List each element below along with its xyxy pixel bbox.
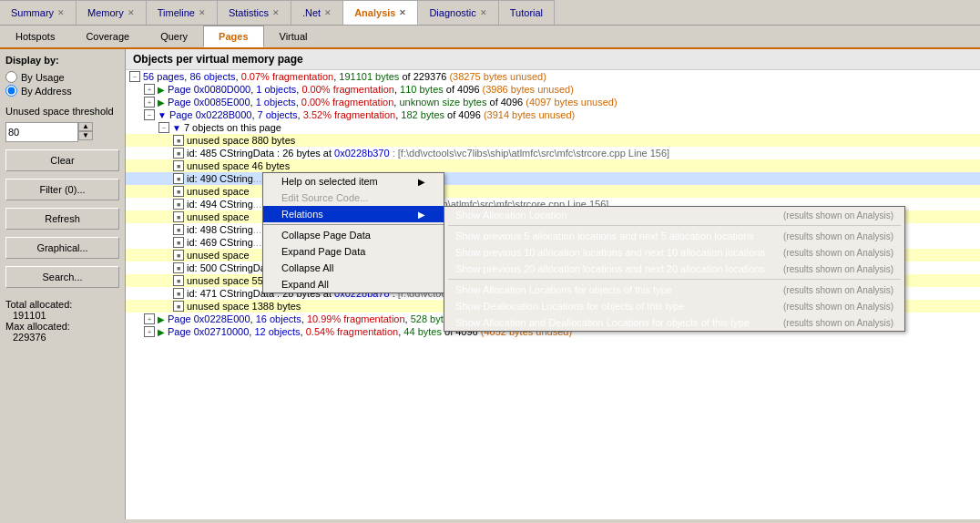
menu-item-relations[interactable]: Relations ▶ Show Allocation Location (re… xyxy=(263,206,444,222)
arrow-icon-7obj: ▼ xyxy=(172,123,181,133)
tab-top-memory[interactable]: Memory ✕ xyxy=(77,0,147,25)
unused-icon-4: ■ xyxy=(173,211,184,222)
threshold-field[interactable] xyxy=(5,122,78,142)
tree-row-unused1[interactable]: ■ unused space 880 bytes xyxy=(126,134,980,147)
display-by-label: Display by: xyxy=(5,55,119,66)
search-button[interactable]: Search... xyxy=(5,266,119,288)
tab-top-dotnet[interactable]: .Net ✕ xyxy=(291,0,343,25)
refresh-button[interactable]: Refresh xyxy=(5,208,119,230)
tab-virtual[interactable]: Virtual xyxy=(264,26,323,47)
menu-item-collapse-page[interactable]: Collapse Page Data xyxy=(263,227,444,243)
tree-row-page2[interactable]: + ▶ Page 0x0085E000, 1 objects, 0.00% fr… xyxy=(126,96,980,108)
menu-item-edit-source[interactable]: Edit Source Code... xyxy=(263,190,444,206)
submenu-arrow-help: ▶ xyxy=(418,177,425,187)
submenu-item-prev5[interactable]: Show previous 5 allocation locations and… xyxy=(444,228,904,244)
close-dotnet-icon[interactable]: ✕ xyxy=(324,8,332,17)
collapse-icon-page3[interactable]: − xyxy=(144,109,155,120)
graphical-button[interactable]: Graphical... xyxy=(5,237,119,259)
expand-icon-page5[interactable]: + xyxy=(144,326,155,337)
menu-item-expand-all[interactable]: Expand All xyxy=(263,276,444,292)
collapse-icon-7obj[interactable]: − xyxy=(158,122,169,133)
arrow-icon-page5: ▶ xyxy=(158,327,165,337)
collapse-icon-summary[interactable]: − xyxy=(129,71,140,82)
content-area: Objects per virtual memory page − 56 pag… xyxy=(126,49,980,519)
tab-bar-second: Hotspots Coverage Query Pages Virtual xyxy=(0,26,980,49)
tab-pages[interactable]: Pages xyxy=(203,26,263,47)
tab-top-timeline[interactable]: Timeline ✕ xyxy=(147,0,218,25)
threshold-spinner: ▲ ▼ xyxy=(78,122,93,142)
tab-coverage[interactable]: Coverage xyxy=(70,26,145,47)
expand-icon-page4[interactable]: + xyxy=(144,313,155,324)
threshold-down-button[interactable]: ▼ xyxy=(78,131,93,140)
unused-icon-1: ■ xyxy=(173,135,184,146)
close-memory-icon[interactable]: ✕ xyxy=(128,8,135,17)
radio-by-usage[interactable]: By Usage xyxy=(5,71,119,83)
tab-top-summary[interactable]: Summary ✕ xyxy=(0,0,77,25)
submenu-item-both-type[interactable]: Show Allocation and Deallocation Locatio… xyxy=(444,314,904,331)
obj-icon-494: ■ xyxy=(173,199,184,210)
content-scroll[interactable]: − 56 pages, 86 objects, 0.07% fragmentat… xyxy=(126,70,980,517)
submenu-item-prev10[interactable]: Show previous 10 allocation locations an… xyxy=(444,244,904,261)
radio-group: By Usage By Address xyxy=(5,71,119,97)
submenu-sep-1 xyxy=(448,225,901,226)
tree-row-page1[interactable]: + ▶ Page 0x0080D000, 1 objects, 0.00% fr… xyxy=(126,83,980,96)
unused-icon-3: ■ xyxy=(173,186,184,197)
arrow-icon-page2: ▶ xyxy=(158,97,165,108)
tree-row-page3[interactable]: − ▼ Page 0x0228B000, 7 objects, 3.52% fr… xyxy=(126,108,980,121)
close-statistics-icon[interactable]: ✕ xyxy=(272,8,280,17)
submenu-item-prev20[interactable]: Show previous 20 allocation locations an… xyxy=(444,261,904,277)
obj-icon-490: ■ xyxy=(173,173,184,184)
tab-query[interactable]: Query xyxy=(145,26,203,47)
obj-icon-485: ■ xyxy=(173,148,184,159)
tree-row-7objects[interactable]: − ▼ 7 objects on this page xyxy=(126,121,980,134)
tab-top-diagnostic[interactable]: Diagnostic ✕ xyxy=(418,0,498,25)
arrow-icon-page1: ▶ xyxy=(158,85,165,95)
radio-by-address[interactable]: By Address xyxy=(5,85,119,97)
tree-row-summary[interactable]: − 56 pages, 86 objects, 0.07% fragmentat… xyxy=(126,70,980,83)
submenu-item-alloc-type[interactable]: Show Allocation Locations for objects of… xyxy=(444,282,904,298)
expand-icon-page2[interactable]: + xyxy=(144,97,155,108)
obj-icon-500: ■ xyxy=(173,262,184,273)
tree-row-obj485[interactable]: ■ id: 485 CStringData : 26 bytes at 0x02… xyxy=(126,147,980,159)
max-label: Max allocated: xyxy=(5,321,119,332)
close-summary-icon[interactable]: ✕ xyxy=(57,8,65,17)
total-label: Total allocated: xyxy=(5,299,119,310)
submenu-item-dealloc-type[interactable]: Show Deallocation Locations for objects … xyxy=(444,298,904,314)
arrow-icon-page4: ▶ xyxy=(158,314,165,324)
threshold-label: Unused space threshold xyxy=(5,106,119,117)
threshold-input-group: ▲ ▼ xyxy=(5,122,119,142)
unused-icon-7: ■ xyxy=(173,301,184,312)
context-menu: Help on selected item ▶ Edit Source Code… xyxy=(262,172,444,293)
menu-item-collapse-all[interactable]: Collapse All xyxy=(263,260,444,276)
tree-row-unused2[interactable]: ■ unused space 46 bytes xyxy=(126,159,980,172)
menu-item-help[interactable]: Help on selected item ▶ xyxy=(263,173,444,190)
unused-icon-2: ■ xyxy=(173,160,184,171)
close-analysis-icon[interactable]: ✕ xyxy=(399,8,406,17)
tree-row-unused3[interactable]: ■ unused space xyxy=(126,185,980,198)
submenu-arrow-relations: ▶ xyxy=(418,210,425,220)
close-timeline-icon[interactable]: ✕ xyxy=(199,8,206,17)
expand-icon-page1[interactable]: + xyxy=(144,84,155,95)
tab-hotspots[interactable]: Hotspots xyxy=(0,26,70,47)
obj-icon-498: ■ xyxy=(173,224,184,235)
max-value: 229376 xyxy=(5,332,119,343)
main-layout: Display by: By Usage By Address Unused s… xyxy=(0,49,980,519)
tab-top-statistics[interactable]: Statistics ✕ xyxy=(218,0,291,25)
unused-icon-6: ■ xyxy=(173,275,184,286)
tree-row-obj490[interactable]: ■ id: 490 CString... Help on selected it… xyxy=(126,172,980,185)
sidebar: Display by: By Usage By Address Unused s… xyxy=(0,49,126,519)
threshold-up-button[interactable]: ▲ xyxy=(78,122,93,131)
tab-top-tutorial[interactable]: Tutorial xyxy=(499,0,555,25)
obj-icon-469: ■ xyxy=(173,237,184,248)
tab-bar-top: Summary ✕ Memory ✕ Timeline ✕ Statistics… xyxy=(0,0,980,26)
obj-icon-471: ■ xyxy=(173,288,184,299)
tab-top-analysis[interactable]: Analysis ✕ xyxy=(343,0,418,25)
arrow-icon-page3: ▼ xyxy=(158,110,167,120)
app-root: Summary ✕ Memory ✕ Timeline ✕ Statistics… xyxy=(0,0,980,523)
filter-button[interactable]: Filter (0)... xyxy=(5,179,119,200)
menu-item-expand-page[interactable]: Expand Page Data xyxy=(263,243,444,260)
clear-button[interactable]: Clear xyxy=(5,149,119,171)
close-diagnostic-icon[interactable]: ✕ xyxy=(480,8,487,17)
submenu-item-show-alloc[interactable]: Show Allocation Location (results shown … xyxy=(444,207,904,223)
menu-sep-1 xyxy=(263,224,444,225)
